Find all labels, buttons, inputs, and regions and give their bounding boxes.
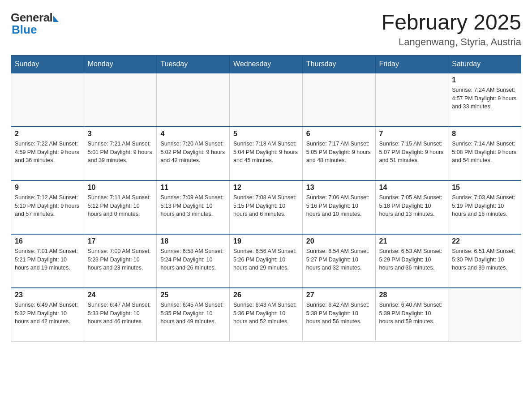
day-number: 5 <box>233 130 299 138</box>
calendar-cell: 6Sunrise: 7:17 AM Sunset: 5:05 PM Daylig… <box>302 127 375 180</box>
day-info: Sunrise: 7:09 AM Sunset: 5:13 PM Dayligh… <box>160 193 226 218</box>
day-info: Sunrise: 6:42 AM Sunset: 5:38 PM Dayligh… <box>306 301 372 326</box>
day-number: 1 <box>452 76 517 84</box>
day-number: 18 <box>160 237 226 245</box>
calendar-cell: 22Sunrise: 6:51 AM Sunset: 5:30 PM Dayli… <box>448 234 521 288</box>
header-row: SundayMondayTuesdayWednesdayThursdayFrid… <box>11 55 521 73</box>
day-number: 2 <box>15 130 80 138</box>
calendar-cell: 2Sunrise: 7:22 AM Sunset: 4:59 PM Daylig… <box>11 127 84 180</box>
header-day-sunday: Sunday <box>11 55 84 73</box>
day-number: 12 <box>233 184 299 192</box>
day-number: 20 <box>306 237 372 245</box>
day-number: 6 <box>306 130 372 138</box>
calendar-cell: 21Sunrise: 6:53 AM Sunset: 5:29 PM Dayli… <box>375 234 448 288</box>
day-info: Sunrise: 7:17 AM Sunset: 5:05 PM Dayligh… <box>306 140 372 165</box>
calendar-table: SundayMondayTuesdayWednesdayThursdayFrid… <box>11 55 521 342</box>
day-info: Sunrise: 7:14 AM Sunset: 5:08 PM Dayligh… <box>452 140 517 165</box>
day-info: Sunrise: 7:21 AM Sunset: 5:01 PM Dayligh… <box>88 140 153 165</box>
day-info: Sunrise: 6:49 AM Sunset: 5:32 PM Dayligh… <box>15 301 80 326</box>
day-number: 14 <box>379 184 445 192</box>
title-area: February 2025 Langenwang, Styria, Austri… <box>382 11 521 48</box>
calendar-cell: 27Sunrise: 6:42 AM Sunset: 5:38 PM Dayli… <box>302 288 375 342</box>
calendar-week-1: 1Sunrise: 7:24 AM Sunset: 4:57 PM Daylig… <box>11 73 521 127</box>
day-info: Sunrise: 6:43 AM Sunset: 5:36 PM Dayligh… <box>233 301 299 326</box>
day-number: 21 <box>379 237 445 245</box>
day-number: 9 <box>15 184 80 192</box>
calendar-cell <box>230 73 303 127</box>
calendar-cell <box>11 73 84 127</box>
day-number: 11 <box>160 184 226 192</box>
day-number: 25 <box>160 291 226 299</box>
calendar-cell: 20Sunrise: 6:54 AM Sunset: 5:27 PM Dayli… <box>302 234 375 288</box>
calendar-cell: 16Sunrise: 7:01 AM Sunset: 5:21 PM Dayli… <box>11 234 84 288</box>
day-number: 8 <box>452 130 517 138</box>
calendar-cell <box>448 288 521 342</box>
calendar-cell: 17Sunrise: 7:00 AM Sunset: 5:23 PM Dayli… <box>84 234 157 288</box>
day-info: Sunrise: 7:05 AM Sunset: 5:18 PM Dayligh… <box>379 193 445 218</box>
day-number: 19 <box>233 237 299 245</box>
day-number: 7 <box>379 130 445 138</box>
calendar-cell: 13Sunrise: 7:06 AM Sunset: 5:16 PM Dayli… <box>302 180 375 234</box>
calendar-cell <box>302 73 375 127</box>
day-info: Sunrise: 7:06 AM Sunset: 5:16 PM Dayligh… <box>306 193 372 218</box>
day-number: 15 <box>452 184 517 192</box>
calendar-cell: 8Sunrise: 7:14 AM Sunset: 5:08 PM Daylig… <box>448 127 521 180</box>
calendar-header: SundayMondayTuesdayWednesdayThursdayFrid… <box>11 55 521 73</box>
logo: General Blue <box>11 11 59 37</box>
day-number: 22 <box>452 237 517 245</box>
day-number: 13 <box>306 184 372 192</box>
calendar-cell: 10Sunrise: 7:11 AM Sunset: 5:12 PM Dayli… <box>84 180 157 234</box>
page-header: General Blue February 2025 Langenwang, S… <box>11 11 521 48</box>
header-day-friday: Friday <box>375 55 448 73</box>
day-info: Sunrise: 7:12 AM Sunset: 5:10 PM Dayligh… <box>15 193 80 218</box>
day-number: 17 <box>88 237 153 245</box>
header-day-saturday: Saturday <box>448 55 521 73</box>
day-info: Sunrise: 7:08 AM Sunset: 5:15 PM Dayligh… <box>233 193 299 218</box>
day-number: 4 <box>160 130 226 138</box>
header-day-monday: Monday <box>84 55 157 73</box>
day-info: Sunrise: 6:54 AM Sunset: 5:27 PM Dayligh… <box>306 247 372 272</box>
day-info: Sunrise: 7:11 AM Sunset: 5:12 PM Dayligh… <box>88 193 153 218</box>
day-info: Sunrise: 7:24 AM Sunset: 4:57 PM Dayligh… <box>452 86 517 111</box>
calendar-cell: 26Sunrise: 6:43 AM Sunset: 5:36 PM Dayli… <box>230 288 303 342</box>
day-number: 28 <box>379 291 445 299</box>
calendar-week-4: 16Sunrise: 7:01 AM Sunset: 5:21 PM Dayli… <box>11 234 521 288</box>
calendar-cell <box>375 73 448 127</box>
calendar-cell: 5Sunrise: 7:18 AM Sunset: 5:04 PM Daylig… <box>230 127 303 180</box>
month-year-title: February 2025 <box>382 11 521 34</box>
day-info: Sunrise: 7:03 AM Sunset: 5:19 PM Dayligh… <box>452 193 517 218</box>
calendar-cell: 11Sunrise: 7:09 AM Sunset: 5:13 PM Dayli… <box>157 180 230 234</box>
location-subtitle: Langenwang, Styria, Austria <box>382 36 521 48</box>
logo-blue-text: Blue <box>11 23 37 37</box>
day-number: 3 <box>88 130 153 138</box>
day-info: Sunrise: 6:51 AM Sunset: 5:30 PM Dayligh… <box>452 247 517 272</box>
day-info: Sunrise: 7:15 AM Sunset: 5:07 PM Dayligh… <box>379 140 445 165</box>
calendar-cell: 7Sunrise: 7:15 AM Sunset: 5:07 PM Daylig… <box>375 127 448 180</box>
calendar-cell: 14Sunrise: 7:05 AM Sunset: 5:18 PM Dayli… <box>375 180 448 234</box>
calendar-cell: 15Sunrise: 7:03 AM Sunset: 5:19 PM Dayli… <box>448 180 521 234</box>
calendar-cell: 4Sunrise: 7:20 AM Sunset: 5:02 PM Daylig… <box>157 127 230 180</box>
calendar-cell <box>84 73 157 127</box>
day-info: Sunrise: 6:40 AM Sunset: 5:39 PM Dayligh… <box>379 301 445 326</box>
day-number: 16 <box>15 237 80 245</box>
calendar-week-2: 2Sunrise: 7:22 AM Sunset: 4:59 PM Daylig… <box>11 127 521 180</box>
header-day-thursday: Thursday <box>302 55 375 73</box>
calendar-cell: 19Sunrise: 6:56 AM Sunset: 5:26 PM Dayli… <box>230 234 303 288</box>
day-number: 27 <box>306 291 372 299</box>
calendar-cell: 12Sunrise: 7:08 AM Sunset: 5:15 PM Dayli… <box>230 180 303 234</box>
header-day-wednesday: Wednesday <box>230 55 303 73</box>
day-number: 23 <box>15 291 80 299</box>
day-info: Sunrise: 7:00 AM Sunset: 5:23 PM Dayligh… <box>88 247 153 272</box>
day-info: Sunrise: 7:18 AM Sunset: 5:04 PM Dayligh… <box>233 140 299 165</box>
day-info: Sunrise: 6:58 AM Sunset: 5:24 PM Dayligh… <box>160 247 226 272</box>
day-info: Sunrise: 7:01 AM Sunset: 5:21 PM Dayligh… <box>15 247 80 272</box>
day-info: Sunrise: 6:56 AM Sunset: 5:26 PM Dayligh… <box>233 247 299 272</box>
calendar-cell: 9Sunrise: 7:12 AM Sunset: 5:10 PM Daylig… <box>11 180 84 234</box>
calendar-cell: 25Sunrise: 6:45 AM Sunset: 5:35 PM Dayli… <box>157 288 230 342</box>
day-info: Sunrise: 6:45 AM Sunset: 5:35 PM Dayligh… <box>160 301 226 326</box>
calendar-week-5: 23Sunrise: 6:49 AM Sunset: 5:32 PM Dayli… <box>11 288 521 342</box>
calendar-cell <box>157 73 230 127</box>
calendar-cell: 1Sunrise: 7:24 AM Sunset: 4:57 PM Daylig… <box>448 73 521 127</box>
day-info: Sunrise: 7:20 AM Sunset: 5:02 PM Dayligh… <box>160 140 226 165</box>
header-day-tuesday: Tuesday <box>157 55 230 73</box>
